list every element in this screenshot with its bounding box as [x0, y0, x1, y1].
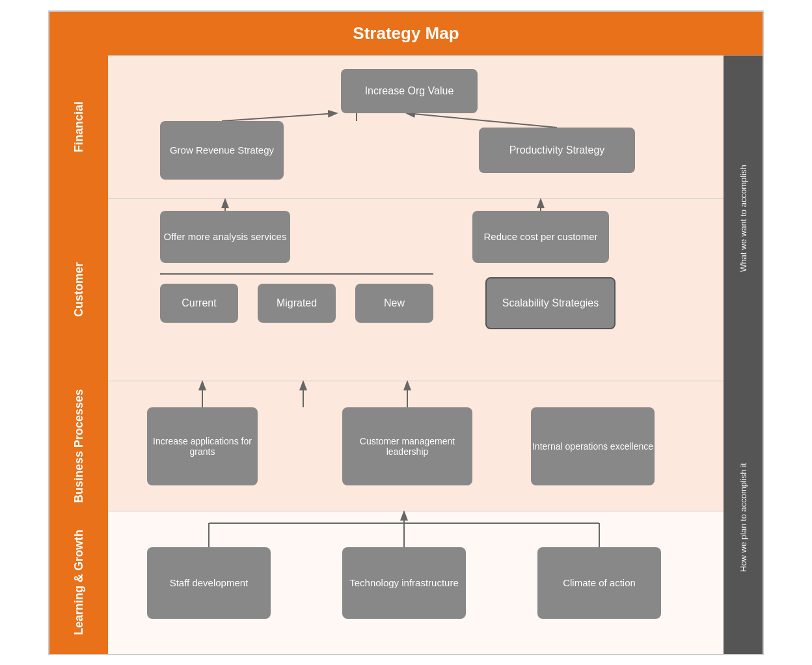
main-grid: Financial Customer Business Processes Le… [49, 55, 763, 654]
box-current[interactable]: Current [160, 284, 238, 323]
learning-section: Staff development Technology infrastruct… [108, 511, 724, 654]
business-label: Business Processes [49, 381, 108, 511]
box-increase-org[interactable]: Increase Org Value [341, 69, 478, 113]
box-migrated[interactable]: Migrated [258, 284, 336, 323]
box-offer-analysis[interactable]: Offer more analysis services [160, 211, 290, 263]
box-grow-revenue[interactable]: Grow Revenue Strategy [160, 121, 284, 180]
right-labels: What we want to accomplish How we plan t… [724, 55, 763, 654]
box-climate[interactable]: Climate of action [537, 547, 661, 619]
box-internal-ops[interactable]: Internal operations excellence [531, 407, 655, 485]
box-customer-mgmt[interactable]: Customer management leadership [342, 407, 472, 485]
customer-section: Offer more analysis services Reduce cost… [108, 198, 724, 381]
box-new[interactable]: New [355, 284, 433, 323]
right-label-top: What we want to accomplish [724, 55, 763, 381]
box-staff[interactable]: Staff development [147, 547, 271, 619]
header: Strategy Map [49, 12, 763, 55]
row-labels: Financial Customer Business Processes Le… [49, 55, 108, 654]
box-productivity[interactable]: Productivity Strategy [479, 128, 635, 173]
svg-line-0 [222, 113, 336, 121]
header-title: Strategy Map [61, 23, 751, 44]
box-scalability[interactable]: Scalability Strategies [485, 277, 616, 329]
box-increase-apps[interactable]: Increase applications for grants [147, 407, 258, 485]
content-area: Increase Org Value Grow Revenue Strategy… [108, 55, 724, 654]
box-technology[interactable]: Technology infrastructure [342, 547, 466, 619]
learning-label: Learning & Growth [49, 511, 108, 654]
financial-section: Increase Org Value Grow Revenue Strategy… [108, 55, 724, 198]
business-section: Increase applications for grants Custome… [108, 381, 724, 511]
svg-line-1 [407, 113, 557, 128]
box-reduce-cost[interactable]: Reduce cost per customer [472, 211, 609, 263]
right-label-bottom: How we plan to accomplish it [724, 381, 763, 654]
financial-label: Financial [49, 55, 108, 198]
strategy-map: Strategy Map Financial Customer Business… [48, 10, 764, 655]
customer-label: Customer [49, 198, 108, 381]
